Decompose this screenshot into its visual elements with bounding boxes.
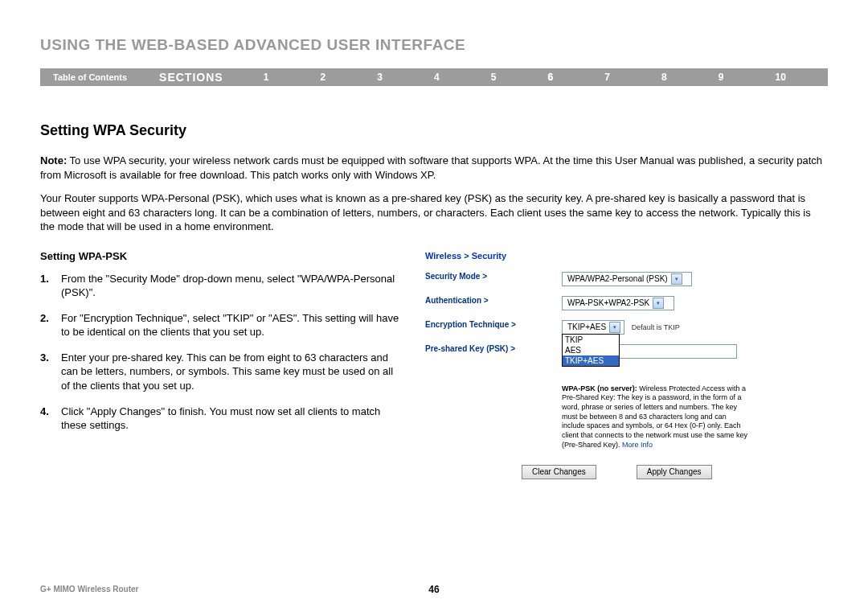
nav-section-10[interactable]: 10: [776, 72, 786, 83]
security-mode-row: Security Mode > WPA/WPA2-Personal (PSK) …: [425, 272, 827, 286]
nav-section-6[interactable]: 6: [548, 72, 554, 83]
encryption-label: Encryption Technique >: [425, 320, 562, 329]
steps-list: 1. From the "Security Mode" drop-down me…: [40, 272, 403, 433]
footer-page-number: 46: [428, 584, 439, 595]
chevron-down-icon: ▾: [671, 273, 682, 285]
nav-section-5[interactable]: 5: [491, 72, 497, 83]
encryption-default-hint: Default is TKIP: [632, 323, 680, 331]
nav-section-2[interactable]: 2: [320, 72, 326, 83]
psk-label: Pre-shared Key (PSK) >: [425, 344, 562, 353]
breadcrumb: Wireless > Security: [425, 251, 827, 261]
step-item: 4. Click "Apply Changes" to finish. You …: [40, 405, 403, 433]
step-text: For "Encryption Technique", select "TKIP…: [61, 311, 403, 339]
step-item: 3. Enter your pre-shared key. This can b…: [40, 351, 403, 393]
clear-changes-button[interactable]: Clear Changes: [522, 465, 596, 479]
nav-section-8[interactable]: 8: [661, 72, 667, 83]
instructions-column: Setting WPA-PSK 1. From the "Security Mo…: [40, 250, 418, 480]
step-text: Click "Apply Changes" to finish. You mus…: [61, 405, 403, 433]
note-paragraph: Note: To use WPA security, your wireless…: [40, 154, 828, 182]
step-item: 2. For "Encryption Technique", select "T…: [40, 311, 403, 339]
button-row: Clear Changes Apply Changes: [522, 465, 827, 479]
encryption-option-aes[interactable]: AES: [563, 345, 619, 355]
chevron-down-icon: ▾: [653, 298, 664, 309]
nav-section-3[interactable]: 3: [377, 72, 383, 83]
subsection-heading: Setting WPA-PSK: [40, 250, 403, 262]
encryption-select-wrapper: TKIP+AES ▾ Default is TKIP TKIP AES TKIP…: [562, 320, 680, 335]
help-body: Wireless Protected Access with a Pre-Sha…: [562, 384, 747, 449]
authentication-select[interactable]: WPA-PSK+WPA2-PSK ▾: [562, 296, 674, 310]
apply-changes-button[interactable]: Apply Changes: [637, 465, 712, 479]
encryption-option-tkip[interactable]: TKIP: [563, 335, 619, 345]
encryption-select[interactable]: TKIP+AES ▾: [562, 320, 624, 335]
step-number: 2.: [40, 311, 61, 339]
step-text: Enter your pre-shared key. This can be f…: [61, 351, 403, 393]
help-text: WPA-PSK (no server): Wireless Protected …: [562, 384, 751, 450]
encryption-value: TKIP+AES: [564, 322, 609, 331]
help-lead: WPA-PSK (no server):: [562, 384, 637, 392]
step-number: 1.: [40, 272, 61, 300]
router-ui-panel: Wireless > Security Security Mode > WPA/…: [424, 250, 828, 480]
nav-section-numbers: 1 2 3 4 5 6 7 8 9 10: [238, 72, 828, 83]
encryption-option-tkip-aes[interactable]: TKIP+AES: [563, 355, 619, 366]
step-text: From the "Security Mode" drop-down menu,…: [61, 272, 403, 300]
manual-page: USING THE WEB-BASED ADVANCED USER INTERF…: [0, 0, 868, 608]
nav-bar: Table of Contents SECTIONS 1 2 3 4 5 6 7…: [40, 68, 828, 86]
psk-row: Pre-shared Key (PSK) >: [425, 344, 827, 359]
nav-toc-link[interactable]: Table of Contents: [40, 72, 137, 82]
nav-section-4[interactable]: 4: [434, 72, 440, 83]
screenshot-column: Wireless > Security Security Mode > WPA/…: [418, 250, 828, 480]
body-paragraph: Your Router supports WPA-Personal (PSK),…: [40, 191, 828, 234]
content-columns: Setting WPA-PSK 1. From the "Security Mo…: [40, 250, 828, 480]
nav-section-9[interactable]: 9: [719, 72, 724, 83]
authentication-row: Authentication > WPA-PSK+WPA2-PSK ▾: [425, 296, 827, 310]
authentication-value: WPA-PSK+WPA2-PSK: [564, 298, 653, 307]
nav-sections-label: SECTIONS: [137, 71, 238, 84]
nav-section-7[interactable]: 7: [604, 72, 610, 83]
step-item: 1. From the "Security Mode" drop-down me…: [40, 272, 403, 300]
section-heading: Setting WPA Security: [40, 122, 828, 139]
encryption-row: Encryption Technique > TKIP+AES ▾ Defaul…: [425, 320, 827, 335]
note-body: To use WPA security, your wireless netwo…: [40, 154, 822, 181]
encryption-dropdown-list: TKIP AES TKIP+AES: [562, 334, 620, 367]
security-mode-select[interactable]: WPA/WPA2-Personal (PSK) ▾: [562, 272, 692, 286]
page-title: USING THE WEB-BASED ADVANCED USER INTERF…: [40, 36, 828, 54]
security-mode-value: WPA/WPA2-Personal (PSK): [564, 274, 671, 283]
more-info-link[interactable]: More Info: [622, 441, 653, 449]
nav-section-1[interactable]: 1: [264, 72, 269, 83]
authentication-label: Authentication >: [425, 296, 562, 305]
footer-product-name: G+ MIMO Wireless Router: [40, 585, 138, 594]
security-mode-label: Security Mode >: [425, 272, 562, 281]
page-footer: G+ MIMO Wireless Router 46: [40, 585, 828, 594]
note-label: Note:: [40, 154, 67, 166]
step-number: 3.: [40, 351, 61, 393]
chevron-down-icon: ▾: [609, 322, 620, 333]
step-number: 4.: [40, 405, 61, 433]
